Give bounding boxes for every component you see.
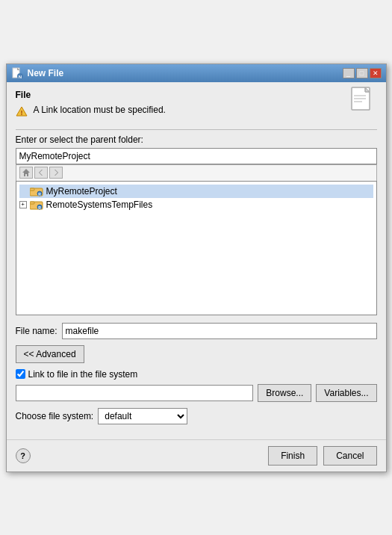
file-document-icon bbox=[350, 87, 377, 120]
minimize-button[interactable]: _ bbox=[343, 68, 355, 78]
dialog-title-icon: N bbox=[11, 67, 23, 79]
expand-placeholder bbox=[19, 188, 27, 195]
bottom-buttons: Finish Cancel bbox=[268, 446, 376, 466]
back-icon bbox=[37, 168, 46, 177]
dialog-title: New File bbox=[28, 68, 64, 78]
home-icon bbox=[22, 168, 31, 177]
title-bar: N New File _ □ ✕ bbox=[7, 64, 386, 82]
tree-label-remotesystemstempfiles: RemoteSystemsTempFiles bbox=[46, 200, 153, 210]
variables-button[interactable]: Variables... bbox=[316, 384, 376, 402]
dialog: N New File _ □ ✕ File ! bbox=[6, 64, 387, 472]
svg-rect-22 bbox=[30, 202, 34, 204]
file-section-content: File ! A Link location must be specified… bbox=[16, 90, 166, 125]
link-location-input[interactable] bbox=[16, 385, 254, 401]
folder-icon-myremoteproject: R bbox=[30, 186, 43, 197]
svg-text:N: N bbox=[18, 75, 21, 79]
parent-folder-label: Enter or select the parent folder: bbox=[16, 134, 377, 145]
file-section: File ! A Link location must be specified… bbox=[16, 90, 377, 125]
expand-button-remotesystemstempfiles[interactable]: + bbox=[19, 201, 27, 208]
svg-marker-15 bbox=[39, 170, 43, 176]
warning-message: A Link location must be specified. bbox=[34, 105, 166, 115]
filename-row: File name: bbox=[16, 323, 377, 339]
tree-label-myremoteproject: MyRemoteProject bbox=[46, 186, 117, 197]
forward-icon bbox=[52, 168, 60, 177]
svg-marker-14 bbox=[22, 169, 30, 176]
filename-input[interactable] bbox=[62, 323, 377, 339]
tree-item-myremoteproject[interactable]: R MyRemoteProject bbox=[19, 185, 373, 198]
folder-nav-bar bbox=[16, 164, 377, 181]
filesystem-row: Choose file system: default bbox=[16, 408, 377, 424]
warning-icon: ! bbox=[16, 105, 28, 117]
filename-label: File name: bbox=[16, 326, 57, 336]
link-checkbox-label[interactable]: Link to file in the file system bbox=[28, 369, 138, 380]
advanced-button[interactable]: << Advanced bbox=[16, 345, 84, 363]
title-bar-left: N New File bbox=[11, 67, 64, 79]
help-button[interactable]: ? bbox=[16, 448, 31, 463]
parent-folder-input[interactable] bbox=[16, 148, 377, 164]
folder-icon-remotesystemstempfiles: R bbox=[30, 200, 43, 210]
close-button[interactable]: ✕ bbox=[370, 68, 382, 78]
bottom-bar: ? Finish Cancel bbox=[7, 439, 386, 471]
link-checkbox[interactable] bbox=[16, 369, 25, 379]
svg-text:!: ! bbox=[20, 109, 22, 117]
section-divider bbox=[16, 129, 377, 130]
warning-row: ! A Link location must be specified. bbox=[16, 105, 166, 117]
svg-rect-18 bbox=[30, 188, 34, 191]
nav-back-button[interactable] bbox=[34, 167, 48, 179]
file-section-header: File bbox=[16, 90, 166, 100]
dialog-body: File ! A Link location must be specified… bbox=[7, 82, 386, 439]
link-checkbox-row: Link to file in the file system bbox=[16, 369, 377, 380]
title-buttons: _ □ ✕ bbox=[343, 68, 382, 78]
nav-forward-button[interactable] bbox=[49, 167, 63, 179]
svg-text:R: R bbox=[38, 192, 41, 197]
filesystem-select[interactable]: default bbox=[98, 408, 187, 424]
tree-item-remotesystemstempfiles[interactable]: + R RemoteSystemsTempFiles bbox=[19, 198, 373, 211]
link-location-row: Browse... Variables... bbox=[16, 384, 377, 402]
finish-button[interactable]: Finish bbox=[268, 446, 317, 466]
maximize-button[interactable]: □ bbox=[356, 68, 368, 78]
browse-button[interactable]: Browse... bbox=[258, 384, 311, 402]
svg-text:R: R bbox=[38, 205, 41, 210]
folder-tree[interactable]: R MyRemoteProject + R RemoteSystemsTempF… bbox=[16, 181, 377, 315]
nav-home-button[interactable] bbox=[19, 167, 33, 179]
cancel-button[interactable]: Cancel bbox=[323, 446, 376, 466]
filesystem-label: Choose file system: bbox=[16, 411, 94, 421]
svg-marker-16 bbox=[55, 170, 58, 176]
